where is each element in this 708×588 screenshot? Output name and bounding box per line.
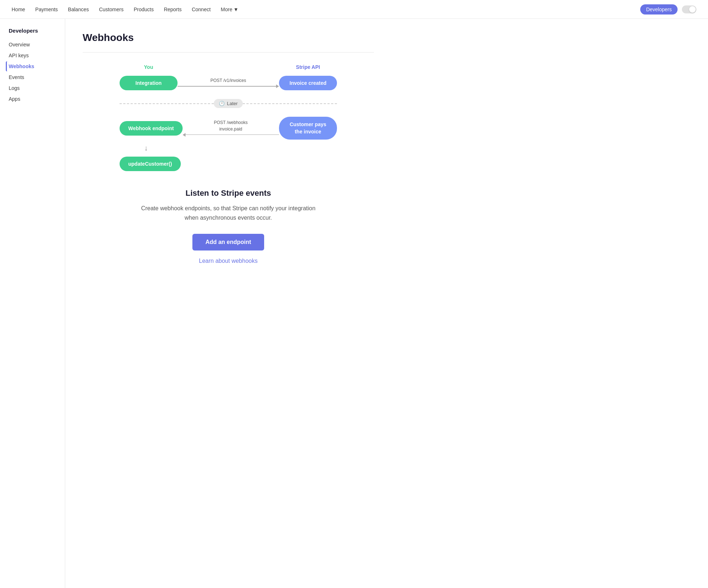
arrow-shaft-2 xyxy=(186,134,279,135)
nav-balances[interactable]: Balances xyxy=(68,7,89,12)
diagram-row-1: Integration POST /v1/invoices Invoice cr… xyxy=(120,76,337,90)
arrow-shaft-1 xyxy=(178,86,276,87)
listen-title: Listen to Stripe events xyxy=(97,189,359,198)
listen-description: Create webhook endpoints, so that Stripe… xyxy=(134,204,322,222)
invoice-created-pill: Invoice created xyxy=(279,76,337,90)
nav-right: Developers xyxy=(640,4,696,15)
sidebar-item-api-keys[interactable]: API keys xyxy=(6,50,65,61)
nav-more[interactable]: More ▼ xyxy=(221,7,238,12)
add-endpoint-button[interactable]: Add an endpoint xyxy=(192,234,264,250)
arrow-head-left-2 xyxy=(183,133,186,137)
clock-icon: 🕐 xyxy=(219,101,225,106)
chevron-down-icon: ▼ xyxy=(233,7,238,12)
sidebar-item-overview[interactable]: Overview xyxy=(6,40,65,50)
customer-pays-pill: Customer pays the invoice xyxy=(279,117,337,140)
listen-section: Listen to Stripe events Create webhook e… xyxy=(83,189,374,264)
arrow-area-1: POST /v1/invoices xyxy=(178,78,279,88)
diagram-labels: You Stripe API xyxy=(120,64,337,70)
nav-items: Home Payments Balances Customers Product… xyxy=(12,7,640,12)
layout: Developers Overview API keys Webhooks Ev… xyxy=(0,19,708,588)
nav-customers[interactable]: Customers xyxy=(99,7,124,12)
diagram-container: You Stripe API Integration POST /v1/invo… xyxy=(83,64,374,171)
sidebar-item-logs[interactable]: Logs xyxy=(6,83,65,93)
later-label: Later xyxy=(227,101,238,106)
label-stripe: Stripe API xyxy=(279,64,337,70)
page-title: Webhooks xyxy=(83,32,374,44)
sidebar-item-webhooks[interactable]: Webhooks xyxy=(6,61,65,71)
main-content: Webhooks You Stripe API Integration POST… xyxy=(65,19,391,588)
down-arrow-row: ↓ xyxy=(120,144,337,152)
developers-button[interactable]: Developers xyxy=(640,4,678,15)
arrow-area-2: POST /webhooks invoice.paid xyxy=(183,120,279,137)
theme-toggle[interactable] xyxy=(682,5,696,13)
down-arrow-icon: ↓ xyxy=(144,144,148,152)
later-row: 🕐 Later xyxy=(120,99,337,108)
integration-pill: Integration xyxy=(120,76,178,90)
nav-payments[interactable]: Payments xyxy=(35,7,58,12)
learn-about-webhooks-link[interactable]: Learn about webhooks xyxy=(97,258,359,264)
arrow-line-2 xyxy=(183,133,279,137)
arrow-head-right-1 xyxy=(276,84,279,88)
webhook-endpoint-pill: Webhook endpoint xyxy=(120,121,183,136)
update-row: updateCustomer() xyxy=(120,157,337,171)
arrow1-label: POST /v1/invoices xyxy=(211,78,246,83)
webhook-diagram: You Stripe API Integration POST /v1/invo… xyxy=(120,64,337,171)
nav-connect[interactable]: Connect xyxy=(192,7,211,12)
sidebar-item-events[interactable]: Events xyxy=(6,72,65,82)
nav-products[interactable]: Products xyxy=(134,7,154,12)
diagram-row-2: Webhook endpoint POST /webhooks invoice.… xyxy=(120,117,337,140)
later-dashes-right xyxy=(243,103,337,104)
page-divider xyxy=(83,52,374,53)
top-nav: Home Payments Balances Customers Product… xyxy=(0,0,708,19)
arrow-line-1 xyxy=(178,84,279,88)
later-badge: 🕐 Later xyxy=(214,99,243,108)
sidebar: Developers Overview API keys Webhooks Ev… xyxy=(0,19,65,588)
later-dashes-left xyxy=(120,103,214,104)
nav-reports[interactable]: Reports xyxy=(164,7,182,12)
arrow2-label1: POST /webhooks xyxy=(214,120,247,125)
update-customer-pill: updateCustomer() xyxy=(120,157,181,171)
arrow2-label2: invoice.paid xyxy=(219,127,242,132)
sidebar-title: Developers xyxy=(6,28,65,34)
nav-home[interactable]: Home xyxy=(12,7,25,12)
sidebar-item-apps[interactable]: Apps xyxy=(6,94,65,104)
label-you: You xyxy=(120,64,178,70)
